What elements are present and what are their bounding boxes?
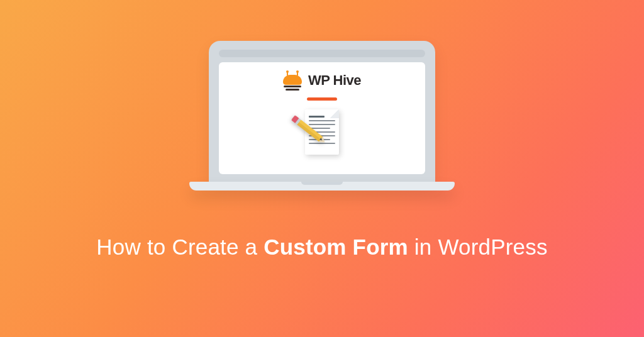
title-part-after: in WordPress — [408, 235, 548, 259]
browser-bar — [219, 50, 425, 57]
bee-logo-icon — [283, 71, 302, 90]
page-title: How to Create a Custom Form in WordPress — [96, 235, 547, 260]
title-part-before: How to Create a — [96, 235, 264, 259]
laptop-keyboard-deck — [189, 182, 455, 191]
laptop-screen: WP Hive — [219, 62, 425, 174]
laptop-illustration: WP Hive — [189, 41, 455, 191]
accent-bar — [307, 97, 337, 101]
brand-logo-text: WP Hive — [308, 72, 361, 89]
title-part-bold: Custom Form — [264, 235, 408, 259]
hero-banner: WP Hive — [0, 0, 644, 337]
brand-logo: WP Hive — [283, 71, 361, 90]
form-illustration — [297, 109, 347, 160]
laptop-screen-bezel: WP Hive — [209, 41, 435, 182]
